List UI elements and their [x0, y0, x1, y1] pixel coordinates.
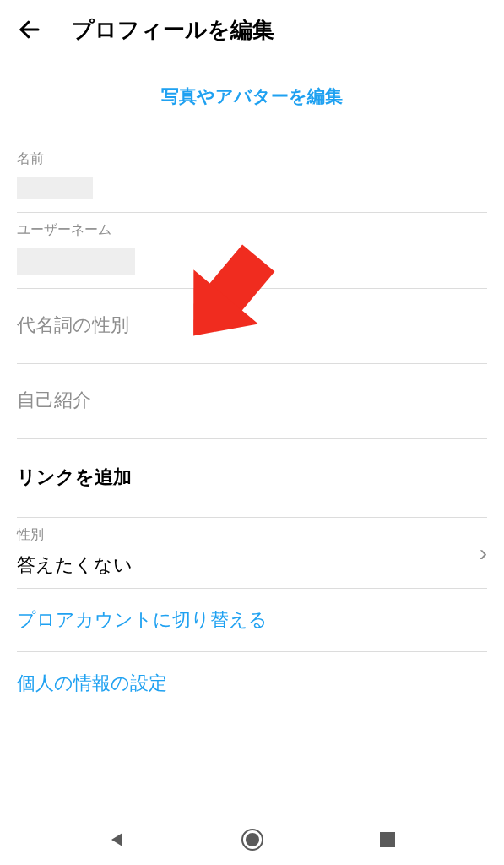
- bio-field[interactable]: 自己紹介: [17, 364, 487, 439]
- nav-recent-button[interactable]: [378, 830, 397, 849]
- edit-avatar-link[interactable]: 写真やアバターを編集: [0, 59, 504, 142]
- annotation-arrow-icon: [152, 232, 287, 351]
- gender-value: 答えたくない: [17, 552, 487, 578]
- back-arrow-icon: [17, 17, 42, 42]
- name-label: 名前: [17, 150, 487, 168]
- svg-rect-6: [380, 832, 395, 847]
- circle-home-icon: [241, 828, 264, 851]
- back-button[interactable]: [13, 13, 46, 46]
- gender-label: 性別: [17, 526, 487, 544]
- triangle-back-icon: [107, 830, 127, 850]
- name-value-redacted: [17, 177, 93, 199]
- gender-field[interactable]: 性別 答えたくない ›: [17, 518, 487, 589]
- add-link-field[interactable]: リンクを追加: [17, 439, 487, 518]
- name-field[interactable]: 名前: [17, 142, 487, 213]
- square-recent-icon: [378, 830, 397, 849]
- nav-home-button[interactable]: [241, 828, 264, 851]
- nav-back-button[interactable]: [107, 830, 127, 850]
- switch-pro-account-link[interactable]: プロアカウントに切り替える: [17, 589, 487, 652]
- chevron-right-icon: ›: [480, 540, 487, 567]
- page-title: プロフィールを編集: [72, 15, 274, 45]
- personal-info-settings-link[interactable]: 個人の情報の設定: [17, 652, 487, 715]
- username-value-redacted: [17, 248, 135, 275]
- svg-marker-3: [111, 833, 122, 846]
- system-nav-bar: [0, 814, 504, 865]
- bio-placeholder: 自己紹介: [17, 373, 487, 428]
- svg-point-5: [246, 833, 259, 846]
- add-link-label: リンクを追加: [17, 448, 487, 507]
